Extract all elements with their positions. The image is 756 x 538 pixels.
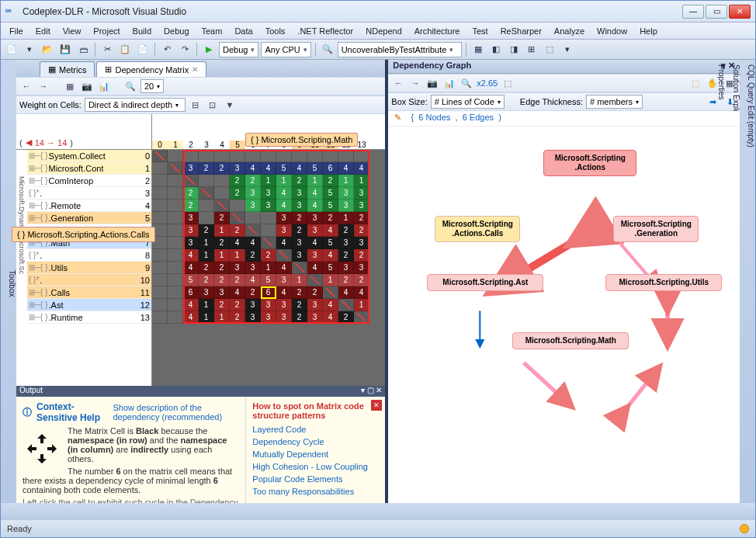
matrix-cell[interactable]: 3 [292,249,307,262]
matrix-cell[interactable]: 2 [230,311,245,324]
matrix-cell[interactable]: 3 [230,162,245,175]
menu-debug[interactable]: Debug [158,25,194,37]
boxsize-select[interactable]: # Lines of Code [431,95,505,109]
matrix-cell[interactable]: 2 [354,249,369,262]
matrix-cell[interactable]: 2 [292,212,307,224]
matrix-cell[interactable] [307,150,323,162]
right-rail[interactable]: CQL Query Edit (empty) Solution Explorer… [740,60,755,503]
select-icon[interactable]: ⬚ [688,76,702,90]
pattern-link[interactable]: Layered Code [252,423,379,436]
matrix-cell[interactable]: 2 [230,187,245,200]
matrix-cell[interactable] [230,150,245,162]
matrix-cell[interactable] [214,200,230,212]
matrix-cell[interactable]: 4 [230,237,245,249]
matrix-cell[interactable]: 2 [292,299,307,311]
opt-icon-2[interactable]: ⊡ [206,98,220,112]
matrix-cell[interactable]: 2 [199,262,214,274]
close-button[interactable]: ✕ [729,5,751,19]
matrix-cell[interactable]: 1 [276,175,292,187]
left-rail[interactable]: Toolbox [1,60,16,503]
paste-icon[interactable]: 📄 [135,42,151,57]
matrix-cell[interactable] [168,175,183,187]
matrix-cell[interactable]: 2 [245,249,261,262]
matrix-cell[interactable]: 4 [245,237,261,249]
matrix-cell[interactable]: 4 [307,262,323,274]
menu-team[interactable]: Team [196,25,228,37]
menu-architecture[interactable]: Architecture [409,25,466,37]
matrix-cell[interactable]: 2 [338,249,354,262]
matrix-cell[interactable] [152,150,168,162]
matrix-cell[interactable]: 2 [214,237,230,249]
undo-icon[interactable]: ↶ [159,42,175,57]
find-icon[interactable]: 🔍 [320,42,335,57]
menu-build[interactable]: Build [127,25,157,37]
matrix-cell[interactable]: 5 [261,274,276,286]
matrix-cell[interactable]: 4 [276,200,292,212]
matrix-cell[interactable]: 1 [214,224,230,237]
matrix-cell[interactable]: 2 [214,212,230,224]
opt-icon[interactable]: ⊟ [189,98,203,112]
matrix-cell[interactable] [230,200,245,212]
save-all-icon[interactable]: 🗃 [75,42,91,57]
tree-row[interactable]: { }* .10 [27,274,151,286]
matrix-cell[interactable]: 6 [323,162,338,175]
save-icon[interactable]: 💾 [57,42,73,57]
tab-dependency-matrix[interactable]: ⊞Dependency Matrix✕ [96,61,206,77]
matrix-cell[interactable]: 3 [245,200,261,212]
help-link[interactable]: Show description of the dependency (reco… [113,403,239,422]
menu-tools[interactable]: Tools [260,25,291,37]
matrix-cell[interactable]: 2 [214,274,230,286]
col-header[interactable]: 5 [230,141,245,149]
matrix-cell[interactable] [152,311,168,324]
matrix-cell[interactable]: 3 [292,200,307,212]
matrix-cell[interactable]: 1 [354,175,369,187]
matrix-cell[interactable] [245,212,261,224]
matrix-cell[interactable] [261,212,276,224]
panel-controls[interactable]: ▾ ▢ ✕ [361,386,383,397]
matrix-cell[interactable]: 2 [323,212,338,224]
matrix-cell[interactable]: 3 [307,311,323,324]
matrix-cell[interactable]: 3 [183,212,199,224]
matrix-cell[interactable]: 5 [323,200,338,212]
matrix-cell[interactable]: 3 [183,224,199,237]
matrix-cell[interactable] [152,286,168,299]
matrix-cell[interactable] [199,187,214,200]
matrix-cell[interactable]: 4 [245,162,261,175]
matrix-cell[interactable]: 5 [183,274,199,286]
graph-title-bar[interactable]: Dependency Graph ▾ ✕ [388,60,740,74]
cut-icon[interactable]: ✂ [99,42,115,57]
col-header[interactable]: 4 [214,141,230,149]
matrix-cell[interactable]: 1 [261,175,276,187]
attribute-select[interactable]: UncoverableByTestAttribute [338,42,462,57]
graph-node[interactable]: Microsoft.Scripting.Ast [427,274,543,291]
fwd-icon[interactable]: → [36,79,50,93]
matrix-cell[interactable]: 4 [307,187,323,200]
matrix-cell[interactable]: 4 [307,200,323,212]
matrix-cell[interactable]: 6 [261,286,276,299]
matrix-cell[interactable]: 4 [276,286,292,299]
pattern-link[interactable]: Popular Code Elements [252,473,379,485]
matrix-cell[interactable]: 1 [199,237,214,249]
matrix-cell[interactable]: 2 [307,286,323,299]
matrix-cell[interactable] [168,249,183,262]
matrix-cell[interactable] [183,175,199,187]
matrix-cell[interactable]: 2 [183,200,199,212]
col-header[interactable]: 0 [152,141,168,149]
tool-icon-6[interactable]: ▾ [560,42,575,57]
matrix-cell[interactable] [168,200,183,212]
menu-view[interactable]: View [57,25,87,37]
matrix-cell[interactable]: 2 [214,262,230,274]
tab-metrics[interactable]: ▦Metrics [40,61,95,77]
matrix-cell[interactable] [245,224,261,237]
matrix-cell[interactable]: 4 [323,311,338,324]
config-select[interactable]: Debug [219,42,258,57]
matrix-cell[interactable]: 2 [354,212,369,224]
matrix-cell[interactable] [307,274,323,286]
matrix-cell[interactable] [261,224,276,237]
matrix-cell[interactable] [214,187,230,200]
matrix-cell[interactable]: 1 [214,249,230,262]
matrix-cell[interactable]: 4 [292,162,307,175]
matrix-cell[interactable]: 4 [338,286,354,299]
matrix-cell[interactable] [323,286,338,299]
graph-node[interactable]: Microsoft.Scripting.Generation [613,216,699,242]
